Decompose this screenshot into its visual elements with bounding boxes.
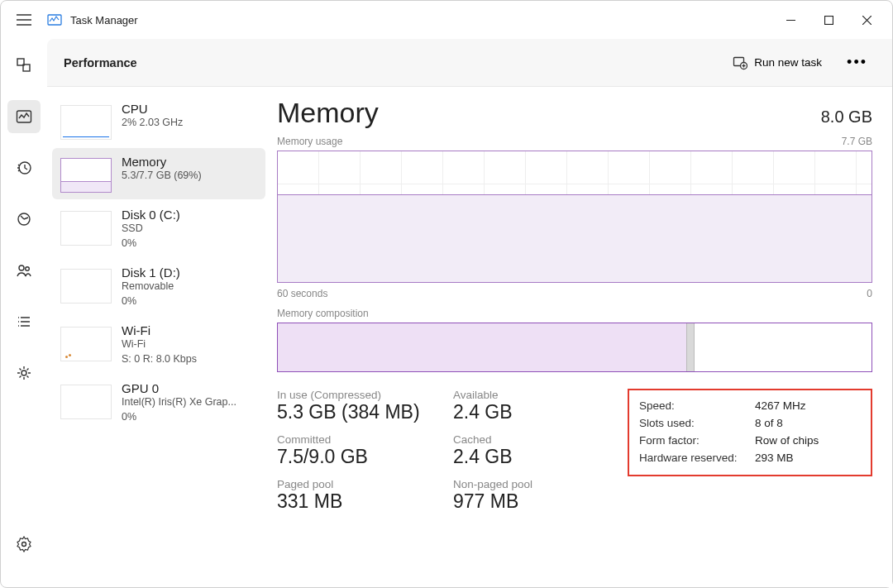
paged-label: Paged pool bbox=[277, 478, 446, 490]
maximize-button[interactable] bbox=[809, 3, 848, 36]
card-cpu[interactable]: CPU 2% 2.03 GHz bbox=[52, 95, 265, 146]
form-label: Form factor: bbox=[639, 434, 755, 447]
reserved-label: Hardware reserved: bbox=[639, 452, 755, 464]
memory-composition-chart bbox=[277, 323, 872, 372]
composition-label: Memory composition bbox=[277, 308, 872, 319]
card-disk0[interactable]: Disk 0 (C:) SSD 0% bbox=[52, 201, 265, 257]
card-title: Disk 1 (D:) bbox=[122, 265, 180, 280]
speed-label: Speed: bbox=[639, 399, 755, 412]
card-subtitle: 5.3/7.7 GB (69%) bbox=[122, 169, 202, 184]
card-title: GPU 0 bbox=[122, 381, 236, 395]
gpu-thumbnail bbox=[60, 385, 112, 419]
card-memory[interactable]: Memory 5.3/7.7 GB (69%) bbox=[52, 148, 265, 199]
in-use-value: 5.3 GB (384 MB) bbox=[277, 401, 446, 423]
page-title: Performance bbox=[64, 56, 137, 69]
more-options[interactable]: ••• bbox=[838, 49, 876, 76]
detail-panel: Memory 8.0 GB Memory usage 7.7 GB 60 sec… bbox=[270, 87, 892, 587]
window: Task Manager bbox=[0, 0, 893, 588]
memory-usage-chart bbox=[277, 151, 872, 283]
performance-cards: CPU 2% 2.03 GHz Memory 5.3/7.7 GB (69%) bbox=[47, 87, 270, 587]
card-wifi[interactable]: Wi-Fi Wi-Fi S: 0 R: 8.0 Kbps bbox=[52, 317, 265, 373]
nav-app-history[interactable] bbox=[7, 151, 41, 184]
reserved-value: 293 MB bbox=[755, 452, 794, 464]
run-new-task-label: Run new task bbox=[754, 56, 822, 69]
nav-settings[interactable] bbox=[7, 528, 41, 561]
card-title: Wi-Fi bbox=[122, 323, 197, 337]
nav-details[interactable] bbox=[7, 305, 41, 338]
form-value: Row of chips bbox=[755, 434, 819, 447]
card-subtitle2: S: 0 R: 8.0 Kbps bbox=[122, 352, 197, 367]
card-subtitle2: 0% bbox=[122, 410, 236, 425]
paged-value: 331 MB bbox=[277, 490, 446, 513]
usage-max: 7.7 GB bbox=[842, 136, 872, 147]
nav-services[interactable] bbox=[7, 356, 41, 390]
svg-rect-1 bbox=[824, 16, 833, 24]
memory-details-box: Speed:4267 MHz Slots used:8 of 8 Form fa… bbox=[628, 389, 872, 476]
cached-label: Cached bbox=[453, 433, 561, 446]
slots-label: Slots used: bbox=[639, 417, 755, 429]
nav-performance[interactable] bbox=[7, 100, 41, 133]
svg-point-9 bbox=[21, 370, 26, 375]
card-disk1[interactable]: Disk 1 (D:) Removable 0% bbox=[52, 259, 265, 315]
committed-value: 7.5/9.0 GB bbox=[277, 446, 446, 468]
card-subtitle: Removable bbox=[122, 280, 180, 294]
card-title: CPU bbox=[122, 102, 183, 116]
nav-startup[interactable] bbox=[7, 203, 41, 236]
minimize-button[interactable] bbox=[771, 3, 809, 36]
usage-label: Memory usage bbox=[277, 136, 342, 147]
nonpaged-label: Non-paged pool bbox=[453, 478, 561, 490]
card-subtitle2: 0% bbox=[122, 237, 180, 251]
memory-thumbnail bbox=[60, 158, 112, 193]
card-subtitle: Intel(R) Iris(R) Xe Grap... bbox=[122, 395, 236, 410]
svg-point-7 bbox=[19, 265, 24, 270]
hamburger-menu[interactable] bbox=[7, 3, 41, 36]
disk1-thumbnail bbox=[60, 269, 112, 304]
close-button[interactable] bbox=[848, 3, 886, 36]
card-title: Disk 0 (C:) bbox=[122, 208, 180, 222]
nav-users[interactable] bbox=[7, 254, 41, 287]
run-new-task-button[interactable]: Run new task bbox=[724, 50, 830, 75]
cached-value: 2.4 GB bbox=[453, 446, 561, 468]
app-title: Task Manager bbox=[70, 14, 138, 26]
card-gpu0[interactable]: GPU 0 Intel(R) Iris(R) Xe Grap... 0% bbox=[52, 375, 265, 431]
page-header: Performance Run new task ••• bbox=[47, 39, 892, 87]
card-title: Memory bbox=[122, 155, 202, 169]
card-subtitle: 2% 2.03 GHz bbox=[122, 116, 183, 131]
slots-value: 8 of 8 bbox=[755, 417, 783, 429]
in-use-label: In use (Compressed) bbox=[277, 389, 446, 401]
card-subtitle: SSD bbox=[122, 222, 180, 237]
disk0-thumbnail bbox=[60, 211, 112, 246]
nonpaged-value: 977 MB bbox=[453, 490, 561, 513]
app-icon bbox=[47, 12, 62, 27]
detail-total: 8.0 GB bbox=[821, 108, 872, 127]
svg-point-8 bbox=[26, 267, 30, 271]
speed-value: 4267 MHz bbox=[755, 399, 806, 412]
titlebar: Task Manager bbox=[1, 1, 892, 39]
committed-label: Committed bbox=[277, 433, 446, 446]
svg-point-10 bbox=[22, 543, 26, 547]
xaxis-left: 60 seconds bbox=[277, 288, 327, 299]
detail-title: Memory bbox=[277, 97, 379, 129]
nav-processes[interactable] bbox=[7, 49, 41, 82]
nav-rail bbox=[1, 39, 47, 587]
available-label: Available bbox=[453, 389, 561, 401]
wifi-thumbnail bbox=[60, 327, 112, 361]
card-subtitle: Wi-Fi bbox=[122, 337, 197, 352]
available-value: 2.4 GB bbox=[453, 401, 561, 423]
card-subtitle2: 0% bbox=[122, 294, 180, 309]
xaxis-right: 0 bbox=[867, 288, 872, 299]
run-task-icon bbox=[733, 55, 747, 70]
cpu-thumbnail bbox=[60, 105, 112, 140]
